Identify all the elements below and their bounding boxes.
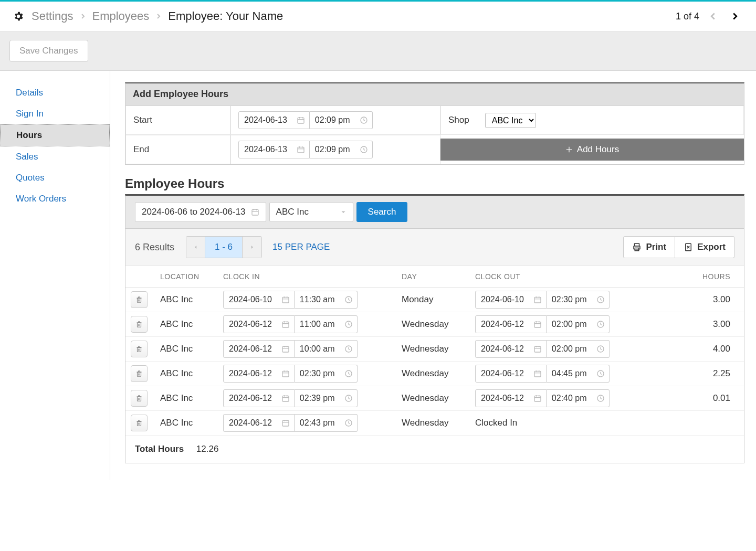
per-page-select[interactable]: 15 PER PAGE	[272, 242, 330, 252]
delete-row-button[interactable]	[131, 341, 148, 357]
col-clock-out: CLOCK OUT	[470, 266, 648, 288]
date-input[interactable]: 2024-06-10	[223, 291, 295, 309]
trash-icon	[135, 296, 143, 303]
svg-rect-10	[252, 209, 258, 215]
calendar-icon	[529, 369, 546, 378]
date-input[interactable]: 2024-06-12	[223, 315, 295, 333]
date-input[interactable]: 2024-06-12	[223, 340, 295, 358]
svg-rect-83	[138, 421, 141, 426]
date-input[interactable]: 2024-06-12	[475, 340, 547, 358]
calendar-icon	[529, 394, 546, 402]
breadcrumb-settings[interactable]: Settings	[32, 9, 74, 23]
breadcrumb-employees[interactable]: Employees	[92, 9, 150, 23]
cell-day: Wednesday	[396, 337, 470, 362]
print-button[interactable]: Print	[623, 236, 675, 258]
export-icon	[684, 242, 693, 252]
svg-rect-65	[534, 371, 541, 377]
time-input[interactable]: 02:39 pm	[295, 389, 358, 407]
trash-icon	[135, 321, 143, 328]
search-button[interactable]: Search	[356, 202, 408, 222]
date-input[interactable]: 2024-06-12	[475, 365, 547, 383]
clock-icon	[340, 345, 357, 353]
shop-filter-select[interactable]: ABC Inc	[269, 202, 353, 222]
cell-hours: 2.25	[648, 362, 744, 386]
time-input[interactable]: 10:00 am	[295, 340, 358, 358]
gear-icon	[13, 10, 24, 22]
svg-rect-18	[138, 298, 141, 302]
cell-location: ABC Inc	[155, 362, 218, 386]
date-input[interactable]: 2024-06-10	[475, 291, 547, 309]
start-time-input[interactable]: 02:09 pm	[310, 111, 373, 129]
time-input[interactable]: 04:45 pm	[547, 365, 610, 383]
cell-day: Wednesday	[396, 386, 470, 411]
cell-hours: 0.01	[648, 386, 744, 411]
delete-row-button[interactable]	[131, 415, 148, 431]
time-input[interactable]: 02:00 pm	[547, 340, 610, 358]
sidebar-item-work-orders[interactable]: Work Orders	[0, 188, 110, 209]
date-input[interactable]: 2024-06-12	[223, 389, 295, 407]
time-input[interactable]: 02:43 pm	[295, 414, 358, 432]
save-bar: Save Changes	[0, 31, 756, 71]
time-input[interactable]: 11:00 am	[295, 315, 358, 333]
pager-prev-button[interactable]	[705, 8, 721, 25]
date-input[interactable]: 2024-06-12	[475, 389, 547, 407]
results-count: 6 Results	[135, 242, 174, 253]
sidebar-item-sign-in[interactable]: Sign In	[0, 103, 110, 124]
calendar-icon	[529, 345, 546, 353]
table-row: ABC Inc2024-06-1211:00 amWednesday2024-0…	[125, 312, 744, 337]
trash-icon	[135, 395, 143, 402]
delete-row-button[interactable]	[131, 316, 148, 333]
svg-rect-39	[534, 322, 541, 327]
table-row: ABC Inc2024-06-1202:43 pmWednesdayClocke…	[125, 411, 744, 436]
delete-row-button[interactable]	[131, 291, 148, 308]
time-input[interactable]: 02:40 pm	[547, 389, 610, 407]
cell-location: ABC Inc	[155, 337, 218, 362]
sidebar-item-hours[interactable]: Hours	[0, 124, 110, 146]
svg-rect-26	[534, 297, 541, 303]
end-date-input[interactable]: 2024-06-13	[238, 141, 310, 158]
page-next-button[interactable]	[243, 237, 261, 258]
sidebar-item-quotes[interactable]: Quotes	[0, 167, 110, 188]
add-hours-button[interactable]: Add Hours	[440, 139, 744, 161]
sidebar: DetailsSign InHoursSalesQuotesWork Order…	[0, 71, 110, 480]
date-input[interactable]: 2024-06-12	[223, 414, 295, 432]
trash-icon	[135, 345, 143, 353]
calendar-icon	[277, 320, 294, 329]
breadcrumb-current: Employee: Your Name	[168, 9, 283, 23]
date-range-input[interactable]: 2024-06-06 to 2024-06-13	[135, 202, 266, 222]
date-input[interactable]: 2024-06-12	[223, 365, 295, 383]
page-range: 1 - 6	[205, 237, 243, 258]
end-time-input[interactable]: 02:09 pm	[310, 141, 373, 158]
sidebar-item-details[interactable]: Details	[0, 82, 110, 103]
time-input[interactable]: 02:30 pm	[547, 291, 610, 309]
clock-icon	[592, 394, 609, 402]
print-icon	[632, 242, 642, 252]
cell-day: Monday	[396, 288, 470, 312]
add-hours-panel: Add Employee Hours Start 2024-06-13 02:0…	[125, 82, 744, 165]
start-date-input[interactable]: 2024-06-13	[238, 111, 310, 129]
time-input[interactable]: 02:30 pm	[295, 365, 358, 383]
export-button[interactable]: Export	[675, 236, 734, 258]
time-input[interactable]: 11:30 am	[295, 291, 358, 309]
cell-location: ABC Inc	[155, 312, 218, 337]
pager-next-button[interactable]	[727, 8, 743, 25]
delete-row-button[interactable]	[131, 390, 148, 407]
svg-rect-70	[138, 397, 141, 401]
cell-clock-out: Clocked In	[470, 411, 648, 436]
save-changes-button[interactable]: Save Changes	[9, 40, 88, 62]
sidebar-item-sales[interactable]: Sales	[0, 146, 110, 167]
delete-row-button[interactable]	[131, 365, 148, 382]
date-input[interactable]: 2024-06-12	[475, 315, 547, 333]
cell-clock-out: 2024-06-1202:40 pm	[470, 386, 648, 411]
breadcrumb-bar: Settings Employees Employee: Your Name 1…	[0, 2, 756, 31]
svg-rect-0	[298, 118, 304, 123]
calendar-icon	[277, 419, 294, 427]
employee-hours-heading: Employee Hours	[125, 176, 744, 191]
hours-list-panel: 2024-06-06 to 2024-06-13 ABC Inc Search …	[125, 194, 744, 463]
shop-select[interactable]: ABC Inc	[485, 113, 536, 128]
cell-clock-in: 2024-06-1202:43 pm	[218, 411, 396, 436]
page-prev-button[interactable]	[186, 237, 205, 258]
time-input[interactable]: 02:00 pm	[547, 315, 610, 333]
cell-clock-in: 2024-06-1202:39 pm	[218, 386, 396, 411]
cell-hours: 3.00	[648, 312, 744, 337]
